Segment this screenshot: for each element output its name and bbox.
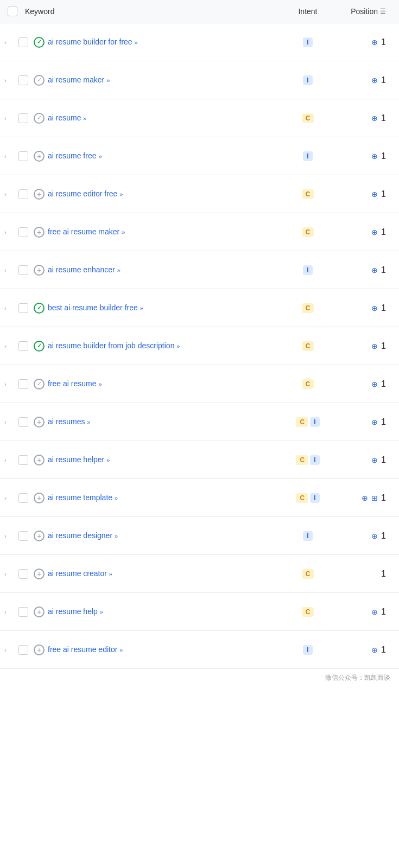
expand-chevron[interactable]: › xyxy=(4,77,15,84)
link-icon[interactable]: ⊕ xyxy=(371,228,378,237)
row-select-checkbox[interactable] xyxy=(18,341,28,351)
link-icon[interactable]: ⊕ xyxy=(371,304,378,312)
keyword-status-icon: + xyxy=(34,607,45,617)
position-column-header[interactable]: Position ☰ xyxy=(330,7,395,16)
row-select-checkbox[interactable] xyxy=(18,531,28,541)
keyword-text[interactable]: ai resume enhancer » xyxy=(48,265,121,276)
row-select-checkbox[interactable] xyxy=(18,189,28,199)
keyword-text[interactable]: ai resume builder from job description » xyxy=(48,341,180,352)
keyword-text[interactable]: ai resume editor free » xyxy=(48,189,123,200)
expand-chevron[interactable]: › xyxy=(4,533,15,539)
expand-chevron[interactable]: › xyxy=(4,305,15,311)
keyword-table: Keyword Intent Position ☰ ›✓ai resume bu… xyxy=(0,0,399,687)
keyword-text-container: free ai resume » xyxy=(48,379,102,390)
row-select-checkbox[interactable] xyxy=(18,417,28,427)
link-icon[interactable]: ⊕ xyxy=(371,190,378,199)
row-select-checkbox[interactable] xyxy=(18,151,28,161)
table-row: ›+ai resume helper »CI⊕1 xyxy=(0,441,399,479)
keyword-text[interactable]: best ai resume builder free » xyxy=(48,303,143,314)
select-all-checkbox[interactable] xyxy=(8,7,17,16)
link-icon[interactable]: ⊕ xyxy=(371,646,378,654)
intent-badge: I xyxy=(303,151,312,161)
row-select-checkbox[interactable] xyxy=(18,645,28,655)
keyword-text[interactable]: ai resume » xyxy=(48,113,86,124)
row-select-checkbox[interactable] xyxy=(18,37,28,47)
row-select-checkbox[interactable] xyxy=(18,265,28,275)
link-icon[interactable]: ⊕ xyxy=(371,38,378,47)
table-row: ›✓ai resume maker »I⊕1 xyxy=(0,61,399,99)
keyword-column-header: Keyword xyxy=(21,7,286,16)
position-number: 1 xyxy=(381,303,386,313)
keyword-cell: +ai resumes » xyxy=(31,417,286,427)
expand-chevron[interactable]: › xyxy=(4,495,15,501)
expand-chevron[interactable]: › xyxy=(4,609,15,615)
position-number: 1 xyxy=(381,531,386,541)
link-icon[interactable]: ⊕ xyxy=(371,266,378,275)
row-select-checkbox[interactable] xyxy=(18,569,28,579)
row-checkbox-cell xyxy=(15,113,31,123)
keyword-text[interactable]: ai resume template » xyxy=(48,493,118,503)
row-select-checkbox[interactable] xyxy=(18,607,28,617)
keyword-text[interactable]: free ai resume maker » xyxy=(48,227,125,238)
image-icon[interactable]: ⊞ xyxy=(371,494,378,502)
link-icon[interactable]: ⊕ xyxy=(371,456,378,464)
position-number: 1 xyxy=(381,37,386,47)
keyword-text[interactable]: free ai resume » xyxy=(48,379,102,390)
expand-chevron[interactable]: › xyxy=(4,343,15,349)
intent-cell: C xyxy=(286,379,330,389)
keyword-text[interactable]: free ai resume editor » xyxy=(48,644,123,655)
keyword-cell: +ai resume designer » xyxy=(31,531,286,541)
link-icon[interactable]: ⊕ xyxy=(362,494,368,502)
link-icon[interactable]: ⊕ xyxy=(371,342,378,350)
link-icon[interactable]: ⊕ xyxy=(371,76,378,85)
link-icon[interactable]: ⊕ xyxy=(371,114,378,123)
expand-chevron[interactable]: › xyxy=(4,267,15,273)
keyword-text[interactable]: ai resume builder for free » xyxy=(48,37,138,48)
keyword-text[interactable]: ai resume maker » xyxy=(48,75,110,86)
keyword-text[interactable]: ai resume help » xyxy=(48,607,103,617)
position-filter-icon[interactable]: ☰ xyxy=(380,8,386,15)
row-select-checkbox[interactable] xyxy=(18,303,28,313)
table-row: ›+free ai resume maker »C⊕1 xyxy=(0,213,399,251)
row-select-checkbox[interactable] xyxy=(18,379,28,389)
keyword-status-icon: ✓ xyxy=(34,379,45,390)
keyword-text[interactable]: ai resume creator » xyxy=(48,569,112,579)
expand-chevron[interactable]: › xyxy=(4,419,15,425)
row-checkbox-cell xyxy=(15,455,31,465)
expand-chevron[interactable]: › xyxy=(4,153,15,159)
link-icon[interactable]: ⊕ xyxy=(371,532,378,540)
keyword-text[interactable]: ai resume free » xyxy=(48,151,102,162)
intent-badge: C xyxy=(296,493,308,503)
expand-chevron[interactable]: › xyxy=(4,115,15,122)
expand-chevron[interactable]: › xyxy=(4,457,15,463)
keyword-text[interactable]: ai resumes » xyxy=(48,417,90,427)
link-icon[interactable]: ⊕ xyxy=(371,418,378,426)
expand-chevron[interactable]: › xyxy=(4,381,15,387)
row-select-checkbox[interactable] xyxy=(18,227,28,237)
keyword-status-icon: ✓ xyxy=(34,75,45,86)
position-cell: ⊕1 xyxy=(330,531,395,541)
table-row: ›+ai resume designer »I⊕1 xyxy=(0,517,399,555)
keyword-cell: ✓ai resume builder for free » xyxy=(31,37,286,48)
keyword-text-container: free ai resume maker » xyxy=(48,227,125,238)
row-select-checkbox[interactable] xyxy=(18,75,28,85)
keyword-text-container: ai resume helper » xyxy=(48,455,110,465)
link-icon[interactable]: ⊕ xyxy=(371,152,378,161)
position-cell: ⊕1 xyxy=(330,607,395,617)
link-icon[interactable]: ⊕ xyxy=(371,380,378,388)
expand-chevron[interactable]: › xyxy=(4,229,15,235)
row-select-checkbox[interactable] xyxy=(18,455,28,465)
row-select-checkbox[interactable] xyxy=(18,493,28,503)
keyword-text[interactable]: ai resume helper » xyxy=(48,455,110,465)
expand-chevron[interactable]: › xyxy=(4,191,15,197)
intent-cell: I xyxy=(286,645,330,655)
expand-chevron[interactable]: › xyxy=(4,647,15,653)
keyword-text[interactable]: ai resume designer » xyxy=(48,531,118,541)
intent-badge: C xyxy=(302,379,314,389)
expand-chevron[interactable]: › xyxy=(4,39,15,46)
expand-chevron[interactable]: › xyxy=(4,571,15,577)
link-icon[interactable]: ⊕ xyxy=(371,608,378,616)
table-row: ›+free ai resume editor »I⊕1 xyxy=(0,631,399,669)
watermark: 微信公众号：凯凯而谈 xyxy=(0,669,399,687)
row-select-checkbox[interactable] xyxy=(18,113,28,123)
